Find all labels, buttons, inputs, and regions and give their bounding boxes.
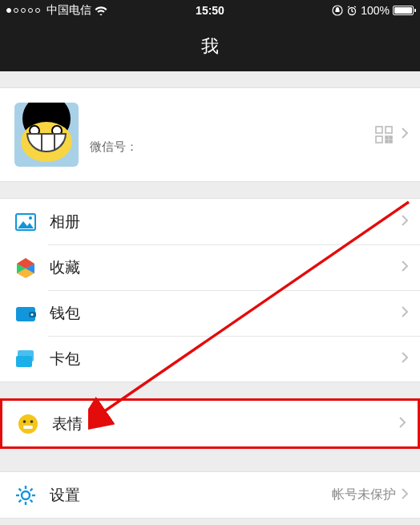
row-label: 收藏 (50, 257, 401, 278)
battery-percentage: 100% (361, 4, 390, 17)
row-label: 卡包 (50, 349, 401, 370)
row-album[interactable]: 相册 (0, 199, 420, 244)
alarm-icon (346, 5, 357, 16)
content: 微信号： 相册 (0, 71, 420, 519)
row-label: 钱包 (50, 303, 401, 324)
qrcode-icon (375, 126, 393, 143)
svg-rect-6 (390, 136, 392, 139)
wechat-id-label: 微信号： (90, 139, 138, 153)
svg-rect-4 (376, 136, 382, 143)
row-favorites[interactable]: 收藏 (0, 244, 420, 290)
chevron-right-icon (401, 305, 409, 321)
row-label: 相册 (50, 212, 401, 232)
svg-rect-7 (386, 140, 388, 143)
svg-point-18 (31, 313, 34, 316)
chevron-right-icon (401, 260, 409, 276)
svg-point-23 (30, 420, 34, 423)
profile-name (90, 115, 375, 131)
orientation-lock-icon (332, 5, 343, 16)
nav-bar: 我 (0, 21, 420, 71)
svg-rect-20 (16, 356, 32, 367)
chevron-right-icon (401, 487, 409, 503)
svg-line-30 (19, 488, 22, 491)
status-bar: 中国电信 15:50 100% (0, 0, 420, 21)
chevron-right-icon (401, 351, 409, 367)
svg-line-33 (19, 499, 22, 502)
battery-icon (393, 6, 414, 15)
stickers-icon (17, 413, 39, 435)
settings-icon (14, 484, 37, 507)
menu-group-settings: 设置 帐号未保护 (0, 471, 420, 519)
svg-point-11 (29, 216, 32, 220)
status-right: 100% (332, 4, 414, 17)
carrier-label: 中国电信 (46, 3, 91, 18)
row-stickers[interactable]: 表情 (2, 401, 418, 446)
chevron-right-icon (401, 214, 409, 230)
svg-rect-5 (386, 136, 388, 139)
row-cards[interactable]: 卡包 (0, 336, 420, 382)
album-icon (14, 211, 37, 233)
svg-rect-24 (23, 426, 33, 429)
svg-rect-3 (386, 127, 392, 133)
chevron-right-icon (398, 416, 406, 432)
wechat-id: 微信号： (90, 139, 375, 155)
profile-card[interactable]: 微信号： (0, 87, 420, 182)
svg-marker-10 (18, 221, 34, 228)
row-label: 表情 (52, 414, 398, 434)
svg-line-31 (30, 499, 33, 502)
wifi-icon (95, 6, 107, 15)
chevron-right-icon (401, 127, 409, 143)
row-wallet[interactable]: 钱包 (0, 290, 420, 336)
status-time: 15:50 (196, 4, 224, 17)
svg-point-22 (23, 420, 26, 423)
svg-point-21 (18, 414, 38, 434)
svg-rect-8 (390, 140, 392, 143)
wallet-icon (14, 302, 37, 325)
svg-point-25 (22, 491, 30, 499)
avatar (14, 103, 79, 167)
svg-line-32 (30, 488, 33, 491)
page-title: 我 (201, 34, 219, 59)
menu-group-stickers: 表情 (0, 398, 420, 449)
favorites-icon (14, 256, 37, 279)
row-label: 设置 (50, 485, 332, 506)
settings-detail: 帐号未保护 (332, 487, 396, 503)
menu-group-1: 相册 收藏 钱包 卡包 (0, 198, 420, 382)
signal-strength-icon (6, 8, 40, 13)
row-settings[interactable]: 设置 帐号未保护 (0, 472, 420, 518)
svg-rect-2 (376, 127, 382, 133)
cards-icon (14, 348, 37, 370)
status-left: 中国电信 (6, 3, 107, 18)
